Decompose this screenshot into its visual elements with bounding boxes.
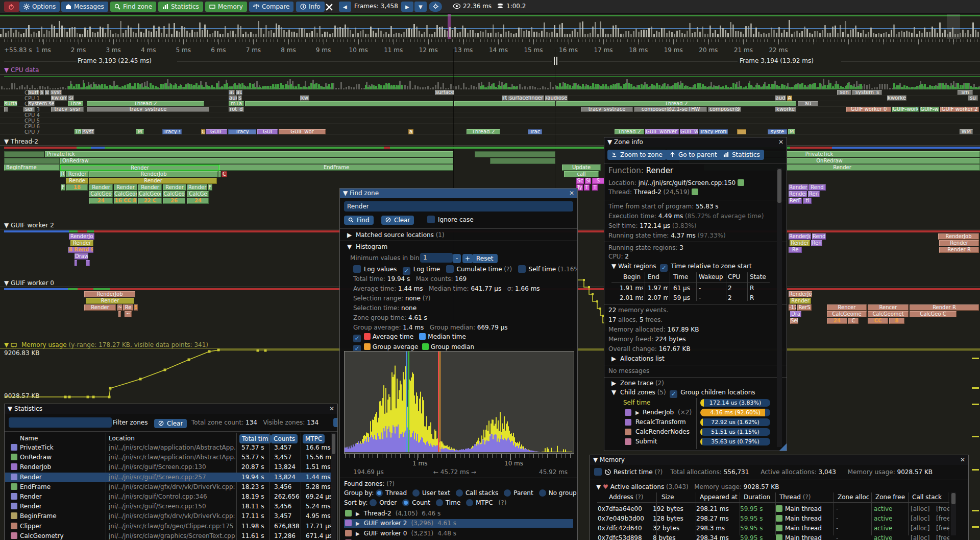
filter-zones-input[interactable] <box>9 417 112 428</box>
timeline-zone-guif-worker-2[interactable]: GUIF worker 2 <box>940 107 979 112</box>
timeline-zone--[interactable]: ~ <box>125 311 132 317</box>
timeline-zone-calcgeo-c[interactable]: CalcGeo C <box>910 311 957 317</box>
timeline-zone-render[interactable]: Render <box>114 184 137 191</box>
timeline-zone-16-cc-8[interactable]: 16 CC 8 <box>114 198 137 204</box>
timeline-zone-composer-[interactable]: composer@ <box>708 107 741 112</box>
timeline-zone-render[interactable]: Render <box>138 184 162 191</box>
timeline-zone-tracy-sysr[interactable]: tracy_sysr <box>51 107 84 112</box>
timeline-zone-rers[interactable]: RerS <box>797 304 812 311</box>
find-button[interactable]: Find <box>344 215 374 225</box>
timeline-zone-c[interactable]: C <box>201 129 205 134</box>
timeline-zone-rerf[interactable]: RerF <box>789 198 802 204</box>
timeline-zone-surf[interactable]: surf <box>28 90 39 95</box>
allocations-list-section[interactable]: ▶ Allocations list <box>611 355 665 362</box>
sort-by-radio-order[interactable] <box>370 499 377 506</box>
timeline-zone-rende[interactable]: Rende <box>66 178 88 184</box>
timeline-zone-syst[interactable]: syst <box>51 90 62 95</box>
found-zone-row-guif-worker-0[interactable]: ▶GUIF worker 0(3,231)4.48 s <box>344 529 573 538</box>
statistics-row-onredraw[interactable]: OnRedrawjni/../jni/src/claw/application/… <box>5 453 331 462</box>
timeline-zone-render[interactable]: Render <box>70 240 93 246</box>
timeline-zone-renderj[interactable]: RenderJ <box>789 184 808 191</box>
timeline-zone-render[interactable]: Render <box>89 184 113 191</box>
timeline-zone-26[interactable]: 26 <box>163 198 185 204</box>
min-values-input[interactable]: 1 <box>420 253 453 263</box>
timeline-zone-m[interactable]: M <box>136 129 144 134</box>
min-decrement-button[interactable]: - <box>453 253 461 263</box>
statistics-row-endframe[interactable]: EndFramejni/../jni/src/claw/gfx/drv/vk/D… <box>5 482 331 491</box>
timeline-zone-calcgeor[interactable]: CalcGeor <box>138 191 162 197</box>
timeline-zone-r[interactable]: R <box>60 171 65 177</box>
zoom-to-zone-button[interactable]: Zoom to zone <box>607 149 667 160</box>
avg-time-toggle[interactable]: Average time Median time <box>353 333 466 342</box>
timeline-zone[interactable] <box>490 158 555 164</box>
timeline-zone-render[interactable]: Render <box>790 240 810 246</box>
timeline-zone--audiose[interactable]: /audiose <box>545 96 568 101</box>
statistics-row-render[interactable]: Renderjni/../jni/src/guif/Screen.cpp:257… <box>5 473 331 482</box>
timeline-zone-guif-w[interactable]: GUIF w <box>680 129 698 134</box>
go-to-parent-button[interactable]: Go to parent <box>666 149 721 160</box>
close-icon[interactable]: ✕ <box>569 189 574 198</box>
memory-table-scrollbar[interactable] <box>951 493 955 504</box>
timeline-zone-guif-work[interactable]: GUIF-work <box>892 107 919 112</box>
timeline-zone-c[interactable]: C <box>222 171 227 177</box>
matched-source-locations[interactable]: ▶ Matched source locations (1) <box>347 231 445 239</box>
timeline-zone-render-r[interactable]: Render R <box>910 304 979 311</box>
allocation-row[interactable]: 0x7dfc42d64032 bytes298.3 ms59.95 sMain … <box>591 524 950 533</box>
timeline-zone-thread-2[interactable]: Thread-2 <box>556 101 796 106</box>
timeline-zone-render-r[interactable]: Render R <box>939 247 979 253</box>
timeline-zone-a[interactable]: a <box>408 129 413 134</box>
timeline-zone-kw-gm[interactable]: kw.gm <box>51 96 67 101</box>
allocation-row[interactable]: 0x7dfc53d8988 bytes298.34 ms59.95 sMain … <box>591 533 950 540</box>
statistics-row-renderjob[interactable]: RenderJobjni/../jni/src/guif/Screen.cpp:… <box>5 462 331 472</box>
close-icon[interactable]: ✕ <box>329 404 334 414</box>
find-zone-window-title[interactable]: ▼ Find zone <box>340 189 577 198</box>
timeline-zone-render[interactable]: Render <box>86 298 134 304</box>
timeline-zone-sc[interactable]: Sc <box>576 178 584 184</box>
zone-statistics-button[interactable]: Statistics <box>719 149 764 160</box>
time-relative-checkbox[interactable] <box>660 264 668 272</box>
timeline-zone-render[interactable]: Render <box>66 171 89 177</box>
timeline-zone-au[interactable]: au <box>236 90 242 95</box>
timeline-zone-onredraw[interactable]: OnRedraw <box>60 158 453 164</box>
group-children-checkbox[interactable] <box>670 390 677 398</box>
child-zone-row-self-time[interactable]: Self time172.14 us (3.83%) <box>604 398 778 408</box>
timeline-zone[interactable] <box>454 101 555 106</box>
timeline-zone-renderjo[interactable]: RenderJo <box>69 233 94 240</box>
timeline-zone-18[interactable]: 18 <box>66 184 88 191</box>
col-address[interactable]: Address (?) <box>609 494 643 501</box>
timeline-zone--[interactable]: ~ <box>117 304 122 311</box>
timeline-zone-si[interactable]: Si <box>585 178 591 184</box>
timeline-zone-8[interactable]: 8 <box>889 318 904 324</box>
timeline-zone-rot-d[interactable]: rot_d <box>229 107 244 112</box>
timeline-zone-sen[interactable]: sen <box>837 90 851 95</box>
timeline-zone[interactable] <box>75 260 77 266</box>
timeline-zone-render[interactable]: Render <box>84 304 116 311</box>
timeline-zone-thread-2[interactable]: Thread-2 <box>615 129 644 134</box>
child-zone-row-submit[interactable]: Submit35.63 us (0.79%) <box>604 437 778 447</box>
timeline-zone-renderjob[interactable]: RenderJob <box>938 233 979 240</box>
wait-regions-section[interactable]: ▼ Wait regions Time relative to zone sta… <box>611 263 752 272</box>
timeline-zone-surfa[interactable]: surfa <box>4 101 17 106</box>
sort-by-radio-time[interactable] <box>436 499 443 506</box>
timeline-zone-cc[interactable]: CC <box>868 318 888 324</box>
timeline-zone-system-s[interactable]: system_s <box>852 90 882 95</box>
timeline-zone-guif[interactable]: GUIF <box>206 129 227 134</box>
col-mtpc[interactable]: MTPC <box>303 433 325 443</box>
timeline-zone-thre[interactable]: Thre <box>68 101 83 106</box>
timeline-zone--17[interactable]: -17 <box>789 304 796 311</box>
col-zone-free[interactable]: Zone free <box>875 494 905 501</box>
sort-by-radio-count[interactable] <box>402 499 409 506</box>
statistics-row-render[interactable]: Renderjni/../jni/src/guif/Control.cpp:34… <box>5 492 331 501</box>
timeline-zone-render[interactable]: Render <box>790 298 811 304</box>
timeline-zone-renderjob[interactable]: RenderJob <box>84 291 135 297</box>
timeline-zone-guif-w[interactable]: GUIF-w <box>920 107 939 112</box>
statistics-row-render[interactable]: Renderjni/../jni/src/guif/Screen.cpp:150… <box>5 502 331 511</box>
timeline-zone[interactable] <box>737 129 746 134</box>
col-name[interactable]: Name <box>20 435 38 442</box>
timeline-zone-guif-worker-2[interactable]: GUIF worker 2 <box>645 129 679 134</box>
timeline-zone-ser[interactable]: ser <box>23 107 35 112</box>
resize-grip[interactable] <box>779 443 787 451</box>
timeline-zone-kworke[interactable]: kworke <box>887 96 906 101</box>
timeline-zone-24[interactable]: 24 <box>827 318 847 324</box>
group-by-radio-call-stacks[interactable] <box>456 489 463 497</box>
